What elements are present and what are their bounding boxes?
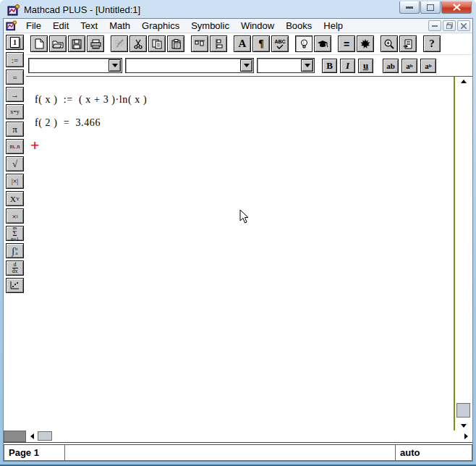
menu-math[interactable]: Math	[103, 19, 136, 33]
print-button[interactable]	[87, 35, 104, 52]
horizontal-scrollbar[interactable]	[26, 431, 472, 442]
menu-help[interactable]: Help	[318, 19, 349, 33]
deriv-bottom: dx	[12, 268, 18, 274]
menu-text[interactable]: Text	[75, 19, 103, 33]
menu-graphics[interactable]: Graphics	[136, 19, 185, 33]
brush-icon	[114, 39, 124, 49]
size-combo-arrow[interactable]	[301, 59, 313, 72]
graduation-cap-icon	[317, 39, 328, 48]
menu-window[interactable]: Window	[235, 19, 280, 33]
paste-button[interactable]	[167, 35, 184, 52]
cut-button[interactable]	[129, 35, 147, 52]
status-message	[65, 444, 396, 461]
italic-button[interactable]: I	[340, 59, 355, 73]
size-combo[interactable]	[257, 58, 315, 73]
zoom-button[interactable]	[381, 35, 398, 52]
palette-root-button[interactable]: √	[6, 156, 24, 171]
new-button[interactable]	[30, 35, 48, 52]
vertical-scroll-thumb[interactable]	[456, 403, 470, 418]
mdi-close-button[interactable]	[457, 20, 470, 31]
palette-range-button[interactable]: m..n	[6, 139, 24, 154]
close-button[interactable]	[441, 1, 472, 14]
math-palette: 1 := = → x=y π m..n √ |×| XY ×i mΣn=1 ∫ …	[4, 33, 26, 431]
mdi-minimize-button[interactable]	[428, 20, 441, 31]
tip-button[interactable]	[295, 35, 313, 52]
maximize-button[interactable]	[420, 1, 441, 14]
maximize-icon	[427, 4, 434, 11]
vertical-scrollbar[interactable]	[455, 77, 472, 431]
superscript-button[interactable]: ab	[420, 59, 436, 73]
spell-check-button[interactable]: ABC	[271, 35, 289, 52]
app-window: Mathcad PLUS - [Untitled:1] File Edit Te…	[0, 0, 476, 466]
menu-books[interactable]: Books	[280, 19, 318, 33]
resource-center-button[interactable]	[399, 35, 417, 52]
chevron-down-icon	[305, 64, 310, 67]
crosshair-cursor: +	[30, 137, 39, 153]
menu-file[interactable]: File	[20, 19, 47, 33]
check-icon	[276, 44, 284, 49]
format-toolbar: B I u ab ab ab	[26, 55, 472, 76]
palette-absolute-button[interactable]: |×|	[6, 174, 24, 189]
open-button[interactable]	[49, 35, 67, 52]
scroll-down-icon[interactable]	[461, 424, 467, 428]
align-across-button[interactable]	[191, 35, 208, 52]
lightbulb-icon	[300, 39, 308, 49]
tutorial-button[interactable]	[314, 35, 331, 52]
new-document-icon	[35, 38, 44, 49]
scroll-left-icon[interactable]	[30, 433, 34, 439]
align-across-icon	[195, 40, 205, 48]
close-icon	[453, 4, 461, 11]
help-button[interactable]: ?	[423, 35, 441, 52]
palette-subscript-button[interactable]: ×i	[6, 208, 24, 224]
page-indicator: Page 1	[4, 444, 65, 461]
scroll-right-icon[interactable]	[464, 433, 468, 439]
palette-summation-button[interactable]: mΣn=1	[6, 226, 24, 241]
font-combo-arrow[interactable]	[240, 59, 252, 72]
scrollbar-corner	[4, 431, 26, 442]
calculate-button[interactable]: =	[338, 35, 355, 52]
save-button[interactable]	[68, 35, 85, 52]
mdi-restore-button[interactable]	[443, 20, 456, 31]
scroll-up-icon[interactable]	[461, 80, 467, 83]
calc-mode-indicator: auto	[396, 444, 472, 461]
math-region-definition[interactable]: f( x ) := ( x + 3 )·ln( x )	[35, 94, 147, 106]
chevron-down-icon	[244, 64, 250, 67]
index-sub: i	[17, 214, 18, 219]
palette-evaluate-button[interactable]: =	[6, 69, 24, 85]
open-folder-icon	[52, 39, 64, 48]
underline-button[interactable]: u	[358, 59, 373, 73]
palette-greek-button[interactable]: π	[6, 122, 24, 137]
menu-edit[interactable]: Edit	[47, 19, 75, 33]
palette-power-button[interactable]: XY	[6, 191, 24, 206]
subscript-button[interactable]: ab	[401, 59, 417, 73]
horizontal-scroll-thumb[interactable]	[38, 431, 52, 441]
palette-symbolic-arrow-button[interactable]: →	[6, 87, 24, 102]
palette-boolean-button[interactable]: x=y	[6, 104, 24, 119]
font-combo[interactable]	[125, 58, 254, 73]
align-down-button[interactable]	[210, 35, 227, 52]
symbolic-engine-button[interactable]	[357, 35, 374, 52]
align-down-icon	[214, 39, 223, 49]
maple-leaf-icon	[360, 39, 370, 49]
palette-derivative-button[interactable]: ddx	[6, 260, 24, 276]
integral-lower: a	[15, 251, 18, 255]
bold-button[interactable]: B	[322, 59, 337, 73]
copy-button[interactable]	[148, 35, 166, 52]
palette-integral-button[interactable]: ∫ ba	[6, 243, 24, 258]
text-region-button[interactable]: A	[234, 35, 251, 52]
title-bar: Mathcad PLUS - [Untitled:1]	[3, 0, 473, 18]
palette-define-button[interactable]: :=	[6, 52, 24, 67]
menu-bar: File Edit Text Math Graphics Symbolic Wi…	[4, 19, 472, 33]
format-brush-button[interactable]	[111, 35, 128, 52]
ab-button[interactable]: ab	[383, 59, 399, 73]
style-combo-arrow[interactable]	[109, 59, 121, 72]
math-region-evaluation[interactable]: f( 2 ) = 3.466	[35, 117, 101, 129]
paragraph-button[interactable]: ¶	[252, 35, 270, 52]
worksheet[interactable]: f( x ) := ( x + 3 )·ln( x ) f( 2 ) = 3.4…	[26, 77, 455, 431]
palette-plot-button[interactable]	[6, 278, 24, 293]
minimize-button[interactable]	[399, 1, 420, 14]
palette-arithmetic-button[interactable]: 1	[6, 35, 24, 50]
menu-symbolic[interactable]: Symbolic	[185, 19, 235, 33]
style-combo[interactable]	[28, 58, 122, 73]
power-exp: Y	[16, 197, 20, 201]
